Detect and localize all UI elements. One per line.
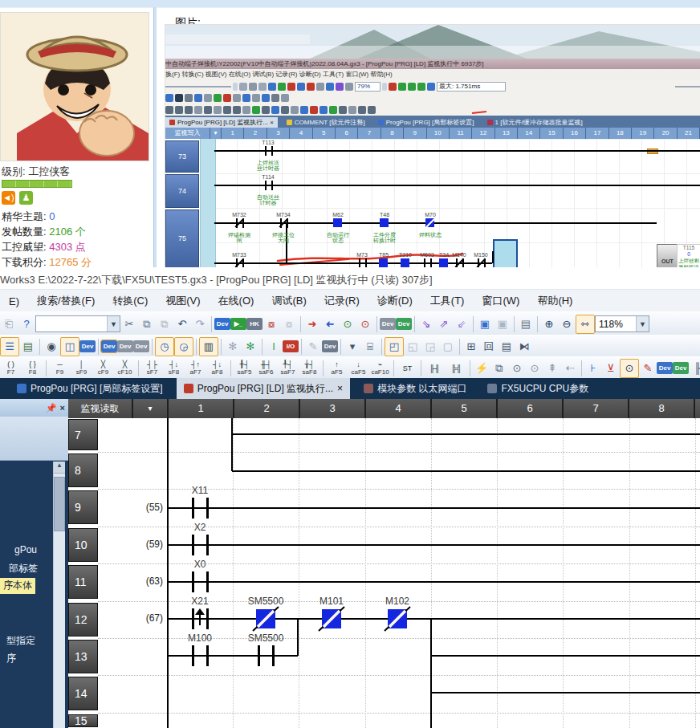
- tree-item[interactable]: gPou: [14, 544, 37, 555]
- embedded-toolbar-icon[interactable]: [194, 106, 202, 114]
- project-backup-icon[interactable]: ⧇: [280, 315, 298, 333]
- menu-item[interactable]: 窗口(W): [473, 294, 528, 308]
- scroll-up-icon[interactable]: ▲: [54, 462, 65, 474]
- find-icon[interactable]: ◉: [43, 338, 60, 356]
- ladder-symbol-button[interactable]: ╳cF9: [92, 359, 114, 377]
- menu-item[interactable]: 记录(R): [315, 294, 368, 308]
- scrollbar-thumb[interactable]: [54, 477, 65, 531]
- embedded-toolbar-icon[interactable]: [307, 83, 315, 91]
- monitor-mode-dropdown[interactable]: ▾: [133, 399, 169, 418]
- embedded-toolbar-icon[interactable]: [408, 83, 416, 91]
- embedded-toolbar-icon[interactable]: [262, 94, 270, 102]
- stopwatch-icon[interactable]: ◷: [155, 337, 174, 356]
- embedded-toolbar-icon[interactable]: [165, 106, 173, 114]
- embedded-toolbar-icon[interactable]: [316, 83, 324, 91]
- find-window-icon[interactable]: ◫: [60, 337, 79, 356]
- window-find-icon[interactable]: ◰: [385, 337, 404, 356]
- copy-rung-icon[interactable]: ⧉: [490, 360, 508, 377]
- loop-icon[interactable]: 回: [480, 338, 498, 356]
- device-stack-icon[interactable]: Dev: [117, 340, 133, 352]
- embedded-monitor-dropdown[interactable]: ▾: [210, 128, 222, 139]
- ladder-symbol-button[interactable]: ╂┤saF5: [234, 359, 255, 377]
- embedded-toolbar-icon[interactable]: [339, 106, 347, 114]
- embedded-scan-time[interactable]: 最大: 1.751ms: [437, 82, 506, 92]
- ladder-symbol-button[interactable]: │sF9: [71, 359, 92, 377]
- watch-stop-icon[interactable]: ▣: [494, 315, 511, 333]
- module-find-icon[interactable]: ⊙: [339, 315, 356, 333]
- doc-icon[interactable]: ▢: [439, 338, 457, 356]
- step-over-icon[interactable]: ⇗: [435, 315, 453, 333]
- monitor-key-icon[interactable]: ▤: [517, 315, 535, 333]
- embedded-toolbar-icon[interactable]: [319, 106, 328, 114]
- menu-item[interactable]: E): [0, 295, 28, 307]
- embedded-toolbar-icon[interactable]: [271, 106, 279, 114]
- embedded-toolbar-icon[interactable]: [258, 83, 267, 91]
- ladder-symbol-button[interactable]: ┤↓aF8: [206, 359, 228, 377]
- ladder-symbol-button[interactable]: ╁┤saF8: [299, 359, 320, 377]
- embedded-toolbar-icon[interactable]: [185, 106, 193, 114]
- tree-item-selected[interactable]: 序本体: [0, 578, 35, 594]
- tab-close-icon[interactable]: ×: [337, 383, 343, 394]
- delete-row-icon[interactable]: ⇠: [561, 360, 579, 377]
- menu-item[interactable]: 视图(V): [157, 294, 209, 308]
- embedded-toolbar-icon[interactable]: [427, 83, 435, 91]
- paste-icon[interactable]: ⧉: [156, 315, 173, 333]
- insert-row-icon[interactable]: ⇞: [543, 360, 561, 377]
- embedded-tab[interactable]: 1 [软元件/缓冲存储器批量监视]: [483, 117, 587, 128]
- rail-left-icon[interactable]: ╟: [689, 360, 700, 377]
- ladder-symbol-button[interactable]: { }F8: [22, 359, 43, 377]
- disconnect-module-icon[interactable]: ➜: [321, 315, 339, 333]
- ladder-symbol-button[interactable]: ⌁caF10: [369, 359, 391, 377]
- embedded-toolbar-icon[interactable]: [287, 83, 295, 91]
- ladder-symbol-button[interactable]: ╟╢: [424, 359, 446, 377]
- embedded-toolbar-icon[interactable]: [223, 94, 231, 102]
- embedded-tab[interactable]: ProgPou [PRG] [局部标签设置]: [374, 117, 478, 128]
- connect-module-icon[interactable]: ➜: [303, 315, 321, 333]
- embedded-toolbar-icon[interactable]: [281, 94, 289, 102]
- io-check-icon[interactable]: I/O: [283, 340, 299, 352]
- pin-icon[interactable]: 📌: [46, 403, 57, 413]
- embedded-toolbar-icon[interactable]: [281, 106, 289, 114]
- embedded-toolbar-icon[interactable]: [310, 106, 318, 114]
- embedded-toolbar-icon[interactable]: [336, 83, 344, 91]
- embedded-toolbar-icon[interactable]: [214, 106, 222, 114]
- menu-item[interactable]: 帮助(H): [528, 294, 581, 308]
- zoom-combobox[interactable]: 118%▼: [595, 315, 649, 332]
- zoom-out-icon[interactable]: ⊖: [558, 315, 576, 333]
- ladder-canvas[interactable]: 789101112131415(55)(59)(63)(67)X11X2X0X2…: [68, 418, 700, 728]
- embedded-toolbar-icon[interactable]: [389, 83, 397, 91]
- ladder-symbol-button[interactable]: ╳cF10: [114, 359, 136, 377]
- speaker-icon[interactable]: ◄): [2, 191, 15, 205]
- embedded-toolbar-icon[interactable]: [417, 83, 425, 91]
- grid-icon[interactable]: ⊞: [462, 338, 480, 356]
- monitor-run-icon[interactable]: ▶_: [230, 318, 246, 330]
- ladder-symbol-button[interactable]: ╫┤saF6: [255, 359, 277, 377]
- fit-width-icon[interactable]: ⇿: [576, 315, 595, 334]
- device-memory-icon[interactable]: Dev: [380, 318, 396, 330]
- step-out-icon[interactable]: ⇙: [453, 315, 470, 333]
- document-tab[interactable]: FX5UCPU CPU参数: [480, 378, 596, 399]
- embedded-toolbar-icon[interactable]: [348, 106, 356, 114]
- project-revert-icon[interactable]: ⧇: [262, 315, 280, 333]
- embedded-toolbar-icon[interactable]: [252, 106, 260, 114]
- embedded-toolbar-icon[interactable]: [233, 106, 241, 114]
- menu-item[interactable]: 调试(B): [262, 294, 315, 308]
- dev-green-icon[interactable]: Dev: [673, 362, 689, 374]
- chevron-down-icon[interactable]: ▼: [636, 316, 649, 331]
- menu-item[interactable]: 诊断(D): [368, 294, 421, 308]
- embedded-toolbar-icon[interactable]: [398, 83, 406, 91]
- menu-item[interactable]: 在线(O): [210, 294, 263, 308]
- module-stop-icon[interactable]: ⊙: [356, 315, 374, 333]
- stopwatch2-icon[interactable]: ◶: [174, 337, 193, 356]
- embedded-tab[interactable]: COMMENT [软元件注释]: [283, 117, 369, 128]
- zoom-in-icon[interactable]: ⊕: [540, 315, 558, 333]
- tree-item[interactable]: 型指定: [6, 634, 35, 648]
- watch-list-icon[interactable]: ▥: [199, 337, 218, 356]
- embedded-toolbar-icon[interactable]: [249, 83, 257, 91]
- document-tab[interactable]: ProgPou [PRG] [局部标签设置]: [10, 378, 170, 399]
- write-to-plc-icon[interactable]: Dev: [214, 318, 230, 330]
- dev-blue-icon[interactable]: Dev: [657, 362, 673, 374]
- embedded-toolbar-icon[interactable]: [326, 83, 334, 91]
- ladder-symbol-button[interactable]: ╀┤saF7: [277, 359, 299, 377]
- device-eye-icon[interactable]: Dev: [322, 340, 338, 352]
